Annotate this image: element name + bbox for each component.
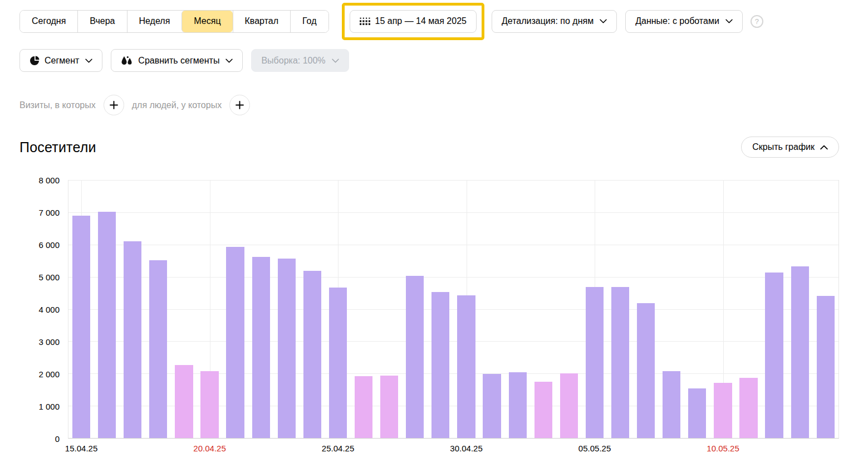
bar-slot: [813, 180, 838, 438]
bar-24.04.25[interactable]: [303, 271, 321, 438]
y-tick-label: 0: [55, 434, 60, 444]
bar-slot: [197, 180, 222, 438]
date-range-highlight-annotation: 15 апр — 14 мая 2025: [342, 3, 484, 40]
bar-27.04.25[interactable]: [380, 376, 398, 438]
period-tabs: СегодняВчераНеделяМесяцКварталГод: [19, 10, 329, 33]
bar-slot: [402, 180, 428, 438]
bar-13.05.25[interactable]: [791, 266, 809, 438]
y-tick-label: 6 000: [38, 240, 60, 250]
bar-01.05.25[interactable]: [483, 374, 501, 438]
bar-02.05.25[interactable]: [509, 372, 527, 438]
chevron-down-icon: [725, 19, 733, 23]
x-tick-label-25.04.25: 25.04.25: [322, 444, 354, 453]
bar-28.04.25[interactable]: [406, 276, 424, 438]
bar-05.05.25[interactable]: [586, 287, 604, 438]
bar-14.05.25[interactable]: [817, 296, 835, 438]
period-tab-Квартал[interactable]: Квартал: [233, 11, 290, 32]
section-header: Посетители Скрыть график: [19, 137, 839, 158]
bar-slot: [428, 180, 453, 438]
bar-25.04.25[interactable]: [329, 288, 347, 438]
bar-slot: [633, 180, 659, 438]
bar-slot: [68, 180, 94, 438]
y-tick-label: 4 000: [38, 305, 60, 314]
bar-slot: [376, 180, 402, 438]
bar-slot: [479, 180, 505, 438]
bar-18.04.25[interactable]: [149, 260, 167, 438]
date-range-label: 15 апр — 14 мая 2025: [375, 16, 467, 26]
x-tick-label-10.05.25: 10.05.25: [707, 444, 739, 453]
help-icon[interactable]: ?: [751, 15, 763, 28]
chevron-up-icon: [820, 145, 828, 150]
date-range-button[interactable]: 15 апр — 14 мая 2025: [350, 10, 477, 33]
add-people-filter-button[interactable]: [229, 95, 250, 115]
bar-10.05.25[interactable]: [714, 383, 732, 438]
plus-icon: [236, 101, 244, 109]
bar-slot: [94, 180, 120, 438]
chevron-down-icon: [600, 19, 607, 23]
bar-12.05.25[interactable]: [765, 273, 783, 438]
period-tab-Неделя[interactable]: Неделя: [127, 11, 182, 32]
bar-17.04.25[interactable]: [124, 241, 141, 438]
bar-slot: [531, 180, 556, 438]
bar-slot: [248, 180, 274, 438]
people-filter-label: для людей, у которых: [132, 100, 222, 110]
bar-slot: [120, 180, 145, 438]
bar-29.04.25[interactable]: [431, 292, 449, 438]
bar-23.04.25[interactable]: [278, 259, 296, 438]
filters-row: Визиты, в которых для людей, у которых: [19, 95, 868, 115]
bar-slot: [325, 180, 351, 438]
bar-07.05.25[interactable]: [637, 303, 655, 438]
add-visits-filter-button[interactable]: [104, 95, 124, 115]
bar-slot: [607, 180, 633, 438]
bar-slot: [171, 180, 197, 438]
bar-06.05.25[interactable]: [611, 287, 629, 438]
period-tab-Вчера[interactable]: Вчера: [77, 11, 126, 32]
bar-slot: [556, 180, 582, 438]
period-tab-Месяц[interactable]: Месяц: [182, 11, 232, 32]
period-tab-Сегодня[interactable]: Сегодня: [20, 11, 77, 32]
sampling-label: Выборка: 100%: [261, 56, 325, 66]
segment-dropdown[interactable]: Сегмент: [19, 49, 102, 72]
bar-04.05.25[interactable]: [560, 373, 578, 438]
toolbar-row-periods: СегодняВчераНеделяМесяцКварталГод 15 апр…: [19, 4, 868, 38]
y-tick-label: 7 000: [38, 208, 60, 217]
period-tab-Год[interactable]: Год: [290, 11, 328, 32]
plus-icon: [110, 101, 118, 109]
bar-slot: [145, 180, 171, 438]
bar-22.04.25[interactable]: [252, 257, 270, 438]
hide-chart-button[interactable]: Скрыть график: [741, 137, 839, 158]
detalization-dropdown[interactable]: Детализация: по дням: [492, 10, 617, 33]
bar-slot: [710, 180, 735, 438]
bar-slot: [351, 180, 376, 438]
visits-filter-label: Визиты, в которых: [19, 100, 96, 110]
visitors-bar-chart: 01 0002 0003 0004 0005 0006 0007 0008 00…: [26, 180, 839, 439]
page-title: Посетители: [19, 139, 96, 155]
y-tick-label: 1 000: [38, 402, 60, 411]
bar-11.05.25[interactable]: [739, 378, 757, 438]
data-robots-dropdown[interactable]: Данные: с роботами: [625, 10, 743, 33]
bar-20.04.25[interactable]: [200, 371, 218, 438]
bar-19.04.25[interactable]: [175, 365, 193, 438]
bar-15.04.25[interactable]: [72, 216, 90, 438]
x-tick-label-30.04.25: 30.04.25: [450, 444, 482, 453]
bar-08.05.25[interactable]: [663, 371, 680, 438]
bar-slot: [223, 180, 248, 438]
compare-segments-dropdown[interactable]: Сравнить сегменты: [111, 49, 243, 72]
bar-slot: [762, 180, 787, 438]
chevron-down-icon: [332, 59, 339, 63]
bar-16.04.25[interactable]: [98, 212, 116, 438]
bar-09.05.25[interactable]: [688, 388, 706, 438]
bar-03.05.25[interactable]: [534, 382, 552, 438]
droplets-icon: [121, 56, 133, 65]
bar-21.04.25[interactable]: [226, 247, 244, 438]
segment-label: Сегмент: [45, 56, 79, 66]
sampling-dropdown: Выборка: 100%: [251, 49, 349, 72]
bar-30.04.25[interactable]: [457, 295, 475, 438]
bar-26.04.25[interactable]: [355, 376, 372, 438]
data-robots-label: Данные: с роботами: [635, 16, 719, 26]
bar-slot: [274, 180, 300, 438]
bars-layer: [68, 180, 838, 438]
toolbar-row-segments: Сегмент Сравнить сегменты Выборка: 100%: [19, 49, 868, 72]
chevron-down-icon: [225, 59, 233, 63]
bar-slot: [684, 180, 710, 438]
